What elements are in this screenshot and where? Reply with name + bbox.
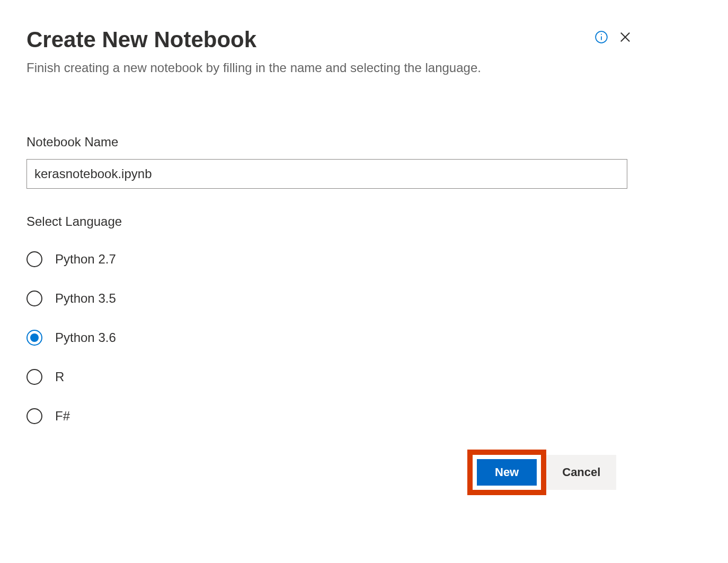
radio-icon bbox=[26, 291, 42, 306]
language-option-label: Python 3.6 bbox=[55, 330, 116, 345]
language-option-label: Python 2.7 bbox=[55, 252, 116, 267]
notebook-name-section: Notebook Name bbox=[26, 135, 702, 189]
language-option-python36[interactable]: Python 3.6 bbox=[26, 330, 702, 346]
highlight-box: New bbox=[467, 450, 546, 495]
dialog-button-row: New Cancel bbox=[467, 450, 702, 495]
notebook-name-label: Notebook Name bbox=[26, 135, 702, 149]
language-option-r[interactable]: R bbox=[26, 369, 702, 385]
create-notebook-dialog: Create New Notebook Finish creating a ne… bbox=[26, 27, 702, 495]
dialog-header-icons bbox=[594, 30, 633, 45]
language-option-python27[interactable]: Python 2.7 bbox=[26, 251, 702, 267]
select-language-section: Select Language Python 2.7 Python 3.5 Py… bbox=[26, 214, 702, 424]
language-option-python35[interactable]: Python 3.5 bbox=[26, 291, 702, 306]
radio-dot-icon bbox=[30, 333, 39, 342]
radio-icon bbox=[26, 251, 42, 267]
language-option-label: F# bbox=[55, 409, 70, 424]
cancel-button[interactable]: Cancel bbox=[546, 455, 616, 490]
radio-icon bbox=[26, 330, 42, 346]
info-icon[interactable] bbox=[594, 30, 608, 44]
dialog-subtitle: Finish creating a new notebook by fillin… bbox=[26, 60, 702, 75]
language-option-fsharp[interactable]: F# bbox=[26, 408, 702, 424]
new-button[interactable]: New bbox=[477, 459, 537, 486]
notebook-name-input[interactable] bbox=[26, 159, 627, 189]
radio-icon bbox=[26, 369, 42, 385]
svg-point-2 bbox=[601, 34, 602, 35]
select-language-label: Select Language bbox=[26, 214, 702, 229]
radio-icon bbox=[26, 408, 42, 424]
language-option-label: R bbox=[55, 370, 64, 384]
language-option-label: Python 3.5 bbox=[55, 291, 116, 306]
close-icon[interactable] bbox=[618, 30, 633, 45]
language-radio-group: Python 2.7 Python 3.5 Python 3.6 R F# bbox=[26, 251, 702, 424]
